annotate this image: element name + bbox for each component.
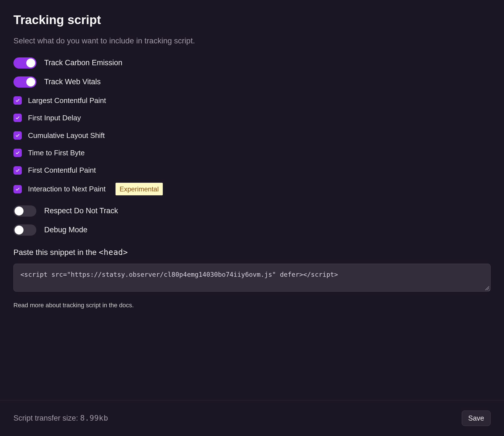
vitals-checkbox[interactable]	[13, 185, 22, 193]
vitals-row: Cumulative Layout Shift	[13, 130, 491, 140]
vitals-checkbox[interactable]	[13, 149, 22, 157]
toggle-track-web-vitals[interactable]	[13, 76, 36, 88]
toggle-knob	[26, 58, 35, 67]
toggle-track-carbon[interactable]	[13, 57, 36, 69]
page-subtitle: Select what do you want to include in tr…	[13, 35, 491, 46]
snippet-label-prefix: Paste this snippet in the	[13, 248, 99, 257]
toggle-knob	[15, 226, 23, 235]
docs-hint[interactable]: Read more about tracking script in the d…	[13, 301, 491, 310]
experimental-badge: Experimental	[116, 183, 162, 196]
save-button[interactable]: Save	[462, 411, 491, 426]
vitals-label: Largest Contentful Paint	[28, 95, 106, 106]
vitals-label: Time to First Byte	[28, 148, 85, 158]
vitals-row: Time to First Byte	[13, 148, 491, 158]
script-transfer-size: Script transfer size: 8.99kb	[13, 413, 108, 424]
vitals-row: First Contentful Paint	[13, 165, 491, 175]
vitals-checkbox[interactable]	[13, 131, 22, 140]
vitals-label: First Input Delay	[28, 113, 81, 123]
vitals-checkbox[interactable]	[13, 96, 22, 105]
vitals-checkbox[interactable]	[13, 114, 22, 122]
toggle-debug-mode-label: Debug Mode	[44, 225, 88, 235]
vitals-row: Interaction to Next PaintExperimental	[13, 183, 491, 196]
toggle-knob	[15, 207, 23, 215]
vitals-label: First Contentful Paint	[28, 165, 96, 175]
snippet-code-box[interactable]: <script src="https://statsy.observer/cl8…	[13, 264, 491, 292]
vitals-label: Cumulative Layout Shift	[28, 130, 105, 140]
transfer-prefix: Script transfer size:	[13, 414, 80, 422]
footer: Script transfer size: 8.99kb Save	[0, 400, 504, 436]
toggle-track-web-vitals-label: Track Web Vitals	[44, 77, 101, 87]
toggle-debug-mode[interactable]	[13, 224, 36, 236]
toggle-track-carbon-label: Track Carbon Emission	[44, 58, 123, 68]
snippet-label: Paste this snippet in the <head>	[13, 247, 491, 258]
toggle-respect-dnt[interactable]	[13, 205, 36, 217]
toggle-knob	[26, 78, 35, 86]
vitals-label: Interaction to Next Paint	[28, 184, 105, 194]
vitals-checkbox[interactable]	[13, 166, 22, 175]
vitals-row: First Input Delay	[13, 113, 491, 123]
toggle-respect-dnt-label: Respect Do Not Track	[44, 206, 118, 216]
snippet-label-code: <head>	[99, 248, 128, 257]
vitals-row: Largest Contentful Paint	[13, 95, 491, 106]
page-title: Tracking script	[13, 11, 491, 29]
transfer-size-value: 8.99kb	[80, 414, 109, 422]
